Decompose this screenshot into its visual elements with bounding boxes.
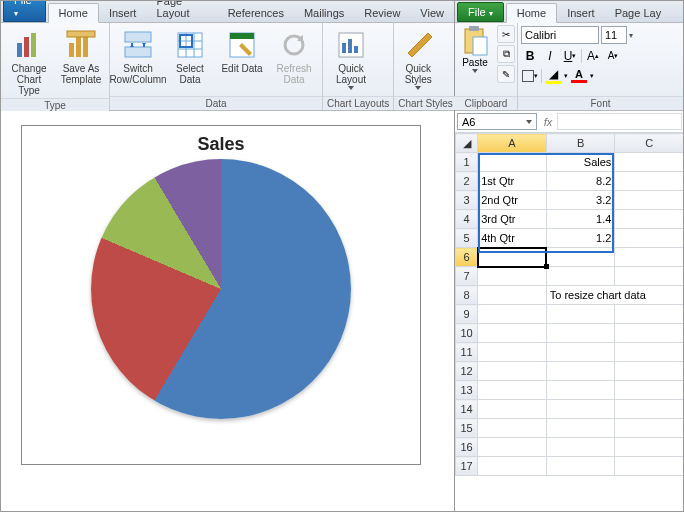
cell[interactable] bbox=[478, 305, 547, 324]
cell[interactable] bbox=[478, 362, 547, 381]
row-header[interactable]: 5 bbox=[456, 229, 478, 248]
cell[interactable] bbox=[478, 381, 547, 400]
format-painter-button[interactable]: ✎ bbox=[497, 65, 515, 83]
cell[interactable]: 3.2 bbox=[546, 191, 615, 210]
cell[interactable] bbox=[478, 438, 547, 457]
cell[interactable] bbox=[546, 400, 615, 419]
underline-button[interactable]: U▾ bbox=[561, 47, 579, 64]
fill-color-button[interactable]: ◢ bbox=[544, 67, 562, 84]
cell[interactable] bbox=[478, 324, 547, 343]
tab-page-layout[interactable]: Page Lay bbox=[605, 4, 671, 22]
cell[interactable] bbox=[615, 267, 684, 286]
fx-icon[interactable]: fx bbox=[539, 111, 557, 132]
name-box[interactable]: A6 bbox=[457, 113, 537, 130]
cell[interactable]: 1.2 bbox=[546, 229, 615, 248]
cell[interactable] bbox=[615, 362, 684, 381]
chart-title[interactable]: Sales bbox=[30, 134, 412, 155]
cell[interactable] bbox=[478, 286, 547, 305]
cell[interactable]: 4th Qtr bbox=[478, 229, 547, 248]
quick-layout-button[interactable]: Quick Layout bbox=[327, 27, 375, 94]
cell[interactable] bbox=[615, 381, 684, 400]
font-size-input[interactable] bbox=[601, 26, 627, 44]
borders-button[interactable]: ▾ bbox=[521, 67, 539, 84]
bold-button[interactable]: B bbox=[521, 47, 539, 64]
cell[interactable] bbox=[615, 324, 684, 343]
cell[interactable] bbox=[615, 248, 684, 267]
font-color-button[interactable]: A bbox=[570, 67, 588, 84]
spreadsheet-grid[interactable]: ◢ A B C 1Sales 21st Qtr8.2 32nd Qtr3.2 4… bbox=[455, 133, 684, 476]
row-header[interactable]: 8 bbox=[456, 286, 478, 305]
row-header[interactable]: 1 bbox=[456, 153, 478, 172]
col-header-a[interactable]: A bbox=[478, 134, 547, 153]
cell[interactable] bbox=[546, 343, 615, 362]
cell[interactable]: Sales bbox=[546, 153, 615, 172]
cell[interactable] bbox=[615, 191, 684, 210]
tab-insert[interactable]: Insert bbox=[99, 4, 147, 22]
row-header[interactable]: 16 bbox=[456, 438, 478, 457]
cell[interactable] bbox=[615, 210, 684, 229]
cell[interactable] bbox=[615, 419, 684, 438]
font-name-input[interactable] bbox=[521, 26, 599, 44]
chart-object[interactable]: Sales bbox=[21, 125, 421, 465]
cell[interactable]: 8.2 bbox=[546, 172, 615, 191]
row-header[interactable]: 3 bbox=[456, 191, 478, 210]
row-header[interactable]: 14 bbox=[456, 400, 478, 419]
row-header[interactable]: 13 bbox=[456, 381, 478, 400]
cell[interactable] bbox=[546, 381, 615, 400]
cell[interactable] bbox=[615, 305, 684, 324]
tab-view[interactable]: View bbox=[410, 4, 454, 22]
cell[interactable] bbox=[615, 400, 684, 419]
cell[interactable] bbox=[546, 324, 615, 343]
row-header[interactable]: 4 bbox=[456, 210, 478, 229]
cell[interactable] bbox=[546, 267, 615, 286]
tab-mailings[interactable]: Mailings bbox=[294, 4, 354, 22]
cell[interactable] bbox=[615, 172, 684, 191]
cell[interactable]: 1.4 bbox=[546, 210, 615, 229]
row-header[interactable]: 2 bbox=[456, 172, 478, 191]
edit-data-button[interactable]: Edit Data bbox=[218, 27, 266, 76]
cell[interactable] bbox=[546, 457, 615, 476]
paste-button[interactable]: Paste bbox=[455, 23, 495, 96]
row-header[interactable]: 17 bbox=[456, 457, 478, 476]
pie-chart[interactable] bbox=[91, 159, 351, 419]
cell[interactable]: 1st Qtr bbox=[478, 172, 547, 191]
cell[interactable] bbox=[478, 419, 547, 438]
formula-bar[interactable] bbox=[557, 113, 682, 130]
cell[interactable] bbox=[546, 438, 615, 457]
col-header-b[interactable]: B bbox=[546, 134, 615, 153]
copy-button[interactable]: ⧉ bbox=[497, 45, 515, 63]
cell[interactable] bbox=[478, 153, 547, 172]
cell[interactable] bbox=[615, 229, 684, 248]
col-header-c[interactable]: C bbox=[615, 134, 684, 153]
row-header[interactable]: 15 bbox=[456, 419, 478, 438]
row-header[interactable]: 7 bbox=[456, 267, 478, 286]
cell[interactable]: 3rd Qtr bbox=[478, 210, 547, 229]
tab-home[interactable]: Home bbox=[506, 3, 557, 23]
tab-review[interactable]: Review bbox=[354, 4, 410, 22]
row-header[interactable]: 11 bbox=[456, 343, 478, 362]
cell[interactable] bbox=[478, 267, 547, 286]
tab-home[interactable]: Home bbox=[48, 3, 99, 23]
row-header[interactable]: 12 bbox=[456, 362, 478, 381]
cell[interactable] bbox=[615, 153, 684, 172]
cell[interactable] bbox=[546, 419, 615, 438]
save-as-template-button[interactable]: Save As Template bbox=[57, 27, 105, 87]
decrease-font-button[interactable]: A▾ bbox=[604, 47, 622, 64]
row-header[interactable]: 9 bbox=[456, 305, 478, 324]
tab-insert[interactable]: Insert bbox=[557, 4, 605, 22]
tab-references[interactable]: References bbox=[218, 4, 294, 22]
cell[interactable] bbox=[546, 305, 615, 324]
cell-selected[interactable] bbox=[478, 248, 547, 267]
row-header[interactable]: 10 bbox=[456, 324, 478, 343]
change-chart-type-button[interactable]: Change Chart Type bbox=[5, 27, 53, 98]
italic-button[interactable]: I bbox=[541, 47, 559, 64]
cell[interactable] bbox=[615, 457, 684, 476]
quick-styles-button[interactable]: Quick Styles bbox=[398, 27, 438, 94]
cell[interactable] bbox=[478, 400, 547, 419]
cell[interactable] bbox=[615, 343, 684, 362]
cell[interactable]: 2nd Qtr bbox=[478, 191, 547, 210]
cell[interactable] bbox=[615, 438, 684, 457]
switch-row-column-button[interactable]: Switch Row/Column bbox=[114, 27, 162, 87]
cut-button[interactable]: ✂ bbox=[497, 25, 515, 43]
cell[interactable] bbox=[478, 343, 547, 362]
